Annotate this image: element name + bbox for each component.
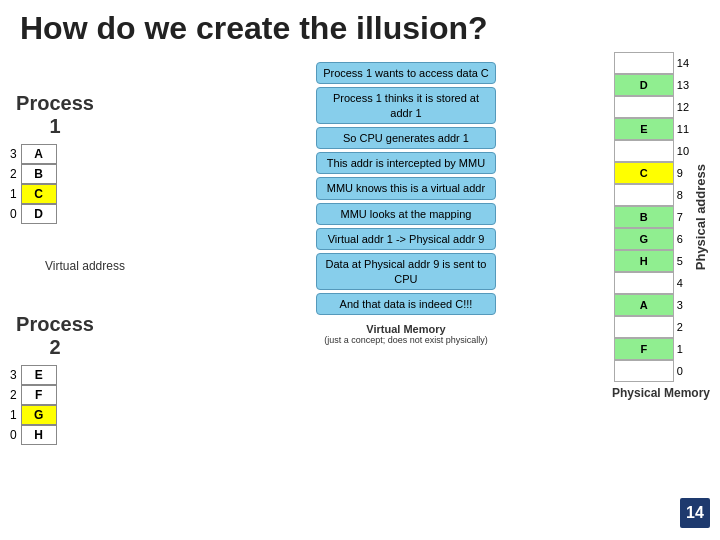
virtual-mem-label-1: Virtual Memory [324, 323, 488, 335]
phys-cell-14 [614, 52, 674, 74]
info-box-0: Process 1 wants to access data C [316, 62, 496, 84]
phys-cell-12 [614, 96, 674, 118]
info-box-6: Virtual addr 1 -> Physical addr 9 [316, 228, 496, 250]
info-box-4: MMU knows this is a virtual addr [316, 177, 496, 199]
phys-cell-10 [614, 140, 674, 162]
info-boxes-container: Process 1 wants to access data C Process… [316, 62, 496, 315]
phys-cell-13: D [614, 74, 674, 96]
process2-label: Process 2 [10, 313, 100, 359]
virtual-mem-label-2: (just a concept; does not exist physical… [324, 335, 488, 345]
physical-numbers: 14 13 12 11 10 9 8 7 6 5 4 3 2 1 0 [674, 52, 689, 382]
info-box-8: And that data is indeed C!!! [316, 293, 496, 315]
p2-cell-g: G [21, 405, 57, 425]
physical-cells: D E C B G H A F [614, 52, 674, 382]
p1-cell-a: A [21, 144, 57, 164]
virtual-address-label: Virtual address [20, 259, 150, 273]
phys-cell-3: A [614, 294, 674, 316]
process1-numbers: 3 2 1 0 [10, 144, 17, 224]
phys-cell-7: B [614, 206, 674, 228]
p2-cell-e: E [21, 365, 57, 385]
slide-number: 14 [680, 498, 710, 528]
process1-label: Process 1 [10, 92, 100, 138]
page-title: How do we create the illusion? [0, 0, 720, 47]
info-box-2: So CPU generates addr 1 [316, 127, 496, 149]
physical-memory-label: Physical Memory [612, 386, 710, 400]
p1-cell-d: D [21, 204, 57, 224]
phys-cell-9: C [614, 162, 674, 184]
info-box-3: This addr is intercepted by MMU [316, 152, 496, 174]
process2-cells: E F G H [21, 365, 57, 445]
phys-cell-5: H [614, 250, 674, 272]
p1-cell-c: C [21, 184, 57, 204]
phys-cell-0 [614, 360, 674, 382]
info-box-1: Process 1 thinks it is stored at addr 1 [316, 87, 496, 124]
phys-cell-8 [614, 184, 674, 206]
phys-cell-11: E [614, 118, 674, 140]
p1-cell-b: B [21, 164, 57, 184]
phys-cell-2 [614, 316, 674, 338]
process2-numbers: 3 2 1 0 [10, 365, 17, 445]
p2-cell-h: H [21, 425, 57, 445]
info-box-5: MMU looks at the mapping [316, 203, 496, 225]
physical-address-label: Physical address [693, 164, 708, 270]
phys-cell-6: G [614, 228, 674, 250]
info-box-7: Data at Physical addr 9 is sent to CPU [316, 253, 496, 290]
phys-cell-4 [614, 272, 674, 294]
p2-cell-f: F [21, 385, 57, 405]
process1-cells: A B C D [21, 144, 57, 224]
phys-cell-1: F [614, 338, 674, 360]
